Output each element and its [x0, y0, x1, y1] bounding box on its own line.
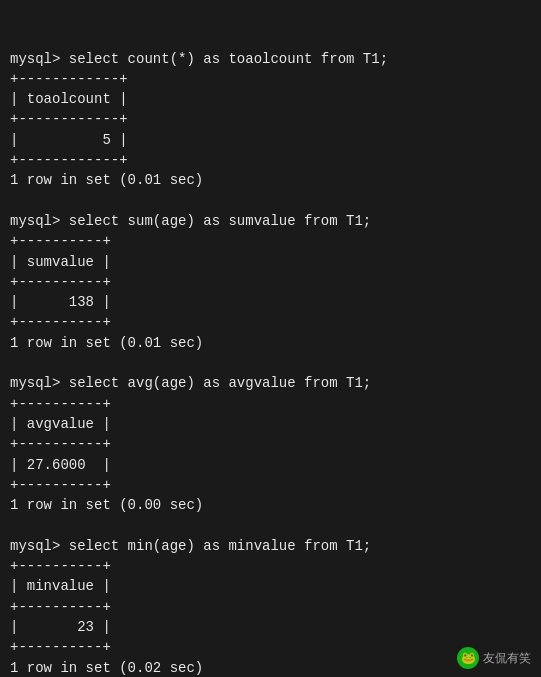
- watermark-icon: 🐸: [457, 647, 479, 669]
- terminal-window: mysql> select count(*) as toaolcount fro…: [0, 0, 541, 677]
- watermark: 🐸 友侃有笑: [457, 647, 531, 669]
- watermark-text: 友侃有笑: [483, 650, 531, 667]
- terminal-output: mysql> select count(*) as toaolcount fro…: [10, 49, 531, 677]
